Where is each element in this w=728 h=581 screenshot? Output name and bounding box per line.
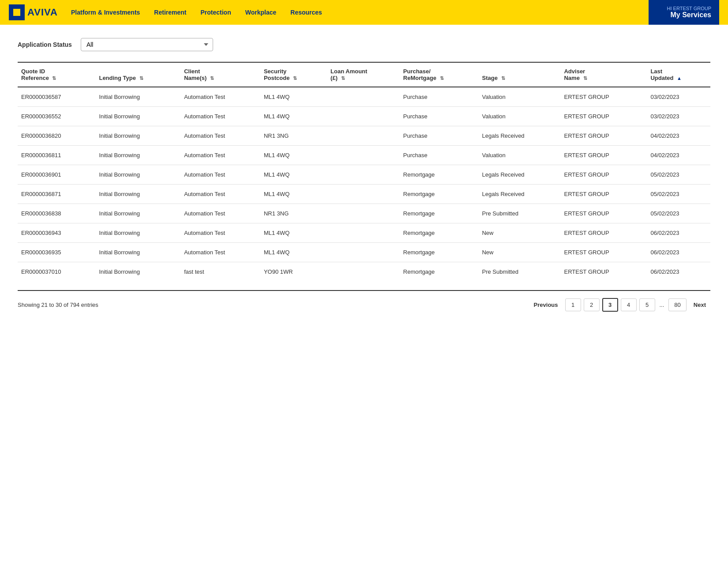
col-header-stage[interactable]: Stage ⇅ [478, 62, 560, 87]
cell-client-name: fast test [180, 262, 260, 282]
my-services-text: My Services [670, 11, 711, 19]
cell-loan-amount [327, 223, 400, 243]
nav-link-retirement[interactable]: Retirement [154, 9, 186, 16]
table-row[interactable]: ER0000036901Initial BorrowingAutomation … [18, 165, 710, 185]
cell-quote-id: ER0000036943 [18, 223, 95, 243]
cell-security-postcode: ML1 4WQ [260, 107, 327, 126]
cell-security-postcode: ML1 4WQ [260, 185, 327, 204]
cell-stage: Valuation [478, 146, 560, 165]
cell-adviser-name: ERTEST GROUP [560, 87, 647, 107]
table-row[interactable]: ER0000036811Initial BorrowingAutomation … [18, 146, 710, 165]
cell-stage: New [478, 243, 560, 262]
cell-purchase-remortgage: Remortgage [400, 262, 479, 282]
col-header-security-postcode[interactable]: SecurityPostcode ⇅ [260, 62, 327, 87]
cell-adviser-name: ERTEST GROUP [560, 204, 647, 223]
cell-purchase-remortgage: Purchase [400, 87, 479, 107]
cell-client-name: Automation Test [180, 107, 260, 126]
cell-lending-type: Initial Borrowing [95, 185, 180, 204]
table-row[interactable]: ER0000036838Initial BorrowingAutomation … [18, 204, 710, 223]
cell-stage: Legals Received [478, 185, 560, 204]
cell-client-name: Automation Test [180, 126, 260, 146]
cell-stage: Legals Received [478, 126, 560, 146]
nav-link-protection[interactable]: Protection [201, 9, 231, 16]
sort-icon-security-postcode: ⇅ [293, 75, 297, 81]
pagination-controls: Previous 1 2 3 4 5 ... 80 Next [529, 298, 710, 312]
my-services-area[interactable]: HI ERTEST GROUP My Services [649, 0, 719, 25]
sort-icon-client-name: ⇅ [210, 75, 214, 81]
cell-purchase-remortgage: Purchase [400, 126, 479, 146]
pagination-page-4[interactable]: 4 [621, 298, 637, 311]
pagination-page-1[interactable]: 1 [565, 298, 581, 311]
cell-adviser-name: ERTEST GROUP [560, 146, 647, 165]
pagination-page-80[interactable]: 80 [668, 298, 686, 311]
cell-lending-type: Initial Borrowing [95, 87, 180, 107]
cell-security-postcode: ML1 4WQ [260, 146, 327, 165]
table-header-row: Quote IDReference ⇅ Lending Type ⇅ Clien… [18, 62, 710, 87]
pagination-previous-button[interactable]: Previous [529, 299, 563, 311]
cell-loan-amount [327, 126, 400, 146]
table-row[interactable]: ER0000037010Initial Borrowingfast testYO… [18, 262, 710, 282]
cell-last-updated: 03/02/2023 [647, 107, 710, 126]
cell-client-name: Automation Test [180, 243, 260, 262]
cell-quote-id: ER0000036552 [18, 107, 95, 126]
table-row[interactable]: ER0000036943Initial BorrowingAutomation … [18, 223, 710, 243]
cell-stage: New [478, 223, 560, 243]
cell-lending-type: Initial Borrowing [95, 107, 180, 126]
cell-adviser-name: ERTEST GROUP [560, 126, 647, 146]
cell-lending-type: Initial Borrowing [95, 165, 180, 185]
sort-icon-loan-amount: ⇅ [341, 75, 345, 81]
nav-link-resources[interactable]: Resources [290, 9, 322, 16]
sort-icon-stage: ⇅ [501, 75, 505, 81]
cell-purchase-remortgage: Remortgage [400, 243, 479, 262]
cell-last-updated: 05/02/2023 [647, 204, 710, 223]
cell-client-name: Automation Test [180, 185, 260, 204]
cell-quote-id: ER0000036901 [18, 165, 95, 185]
col-header-loan-amount[interactable]: Loan Amount(£) ⇅ [327, 62, 400, 87]
table-row[interactable]: ER0000036587Initial BorrowingAutomation … [18, 87, 710, 107]
pagination-next-button[interactable]: Next [689, 299, 710, 311]
nav-link-platform[interactable]: Platform & Investments [71, 9, 140, 16]
cell-lending-type: Initial Borrowing [95, 243, 180, 262]
col-header-client-name[interactable]: ClientName(s) ⇅ [180, 62, 260, 87]
cell-purchase-remortgage: Purchase [400, 146, 479, 165]
cell-adviser-name: ERTEST GROUP [560, 262, 647, 282]
applications-table: Quote IDReference ⇅ Lending Type ⇅ Clien… [18, 62, 710, 281]
cell-security-postcode: NR1 3NG [260, 126, 327, 146]
pagination-page-3[interactable]: 3 [602, 298, 618, 312]
greeting-text: HI ERTEST GROUP [667, 6, 711, 11]
cell-adviser-name: ERTEST GROUP [560, 223, 647, 243]
col-header-quote-id[interactable]: Quote IDReference ⇅ [18, 62, 95, 87]
pagination-page-2[interactable]: 2 [584, 298, 600, 311]
col-header-purchase-remortgage[interactable]: Purchase/ReMortgage ⇅ [400, 62, 479, 87]
table-row[interactable]: ER0000036935Initial BorrowingAutomation … [18, 243, 710, 262]
col-header-adviser-name[interactable]: AdviserName ⇅ [560, 62, 647, 87]
nav-link-workplace[interactable]: Workplace [245, 9, 277, 16]
cell-last-updated: 06/02/2023 [647, 223, 710, 243]
pagination-page-5[interactable]: 5 [639, 298, 655, 311]
sort-icon-purchase-remortgage: ⇅ [440, 75, 444, 81]
cell-security-postcode: ML1 4WQ [260, 87, 327, 107]
cell-client-name: Automation Test [180, 146, 260, 165]
cell-client-name: Automation Test [180, 204, 260, 223]
cell-loan-amount [327, 146, 400, 165]
cell-stage: Valuation [478, 107, 560, 126]
logo-area[interactable]: AVIVA [9, 4, 58, 20]
cell-stage: Pre Submitted [478, 204, 560, 223]
cell-stage: Pre Submitted [478, 262, 560, 282]
col-header-lending-type[interactable]: Lending Type ⇅ [95, 62, 180, 87]
cell-last-updated: 04/02/2023 [647, 146, 710, 165]
cell-quote-id: ER0000037010 [18, 262, 95, 282]
cell-last-updated: 05/02/2023 [647, 165, 710, 185]
cell-quote-id: ER0000036587 [18, 87, 95, 107]
col-header-last-updated[interactable]: LastUpdated ▲ [647, 62, 710, 87]
sort-icon-last-updated: ▲ [677, 75, 682, 81]
table-row[interactable]: ER0000036552Initial BorrowingAutomation … [18, 107, 710, 126]
cell-lending-type: Initial Borrowing [95, 204, 180, 223]
cell-last-updated: 04/02/2023 [647, 126, 710, 146]
cell-purchase-remortgage: Remortgage [400, 165, 479, 185]
cell-loan-amount [327, 165, 400, 185]
table-row[interactable]: ER0000036871Initial BorrowingAutomation … [18, 185, 710, 204]
application-status-select[interactable]: All New Valuation Legals Received Pre Su… [81, 38, 213, 51]
cell-adviser-name: ERTEST GROUP [560, 107, 647, 126]
table-row[interactable]: ER0000036820Initial BorrowingAutomation … [18, 126, 710, 146]
